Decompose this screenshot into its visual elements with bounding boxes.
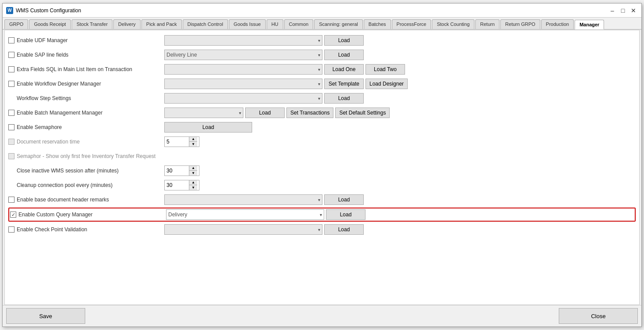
label-checkpoint: Enable Check Point Validation [17,226,87,233]
label-col-workflow: Enable Workflow Designer Manager [8,81,164,87]
cleanup-spin-down[interactable]: ▼ [189,185,197,190]
maximize-button[interactable]: □ [619,6,627,15]
btn-set-transactions[interactable]: Set Transactions [286,108,333,118]
dropdown-base-doc-arrow: ▾ [318,197,320,202]
row-base-doc: Enable base document header remarks ▾ Lo… [8,193,636,206]
window-controls: – □ ✕ [608,6,638,15]
tab-common[interactable]: Common [284,19,314,29]
row-batch: Enable Batch Management Manager ▾ Load S… [8,106,636,119]
checkbox-workflow[interactable] [8,81,14,87]
label-enable-sap: Enable SAP line fields [17,52,69,58]
cleanup-spin-up[interactable]: ▲ [189,180,197,185]
dropdown-base-doc[interactable]: ▾ [164,194,322,205]
checkbox-batch[interactable] [8,110,14,116]
btn-sap-load[interactable]: Load [324,50,364,60]
dropdown-batch[interactable]: ▾ [164,108,243,118]
btn-semaphore-load[interactable]: Load [164,122,252,133]
label-col-semaphor-show: Semaphor - Show only first free Inventor… [8,153,636,159]
tab-hu[interactable]: HU [267,19,283,29]
btn-custom-query-load[interactable]: Load [326,209,365,220]
label-doc-reservation: Document reservation time [17,139,80,145]
checkbox-semaphor-show[interactable] [8,153,14,159]
dropdown-extra-arrow: ▾ [318,67,320,72]
doc-res-spin-down[interactable]: ▼ [189,142,197,147]
label-col-sap: Enable SAP line fields [8,52,164,58]
tab-production[interactable]: Production [541,19,574,29]
cleanup-input[interactable] [165,180,189,190]
doc-res-spin-up[interactable]: ▲ [189,137,197,142]
checkbox-checkpoint[interactable] [8,226,14,233]
close-inactive-spin-down[interactable]: ▼ [189,171,197,176]
dropdown-custom-query-text: Delivery [168,212,187,218]
btn-extra-load-one[interactable]: Load One [324,64,364,75]
btn-udf-load[interactable]: Load [324,35,364,46]
tab-dispatch-control[interactable]: Dispatch Control [183,19,228,29]
dropdown-custom-query-arrow: ▾ [320,212,322,217]
tab-stock-transfer[interactable]: Stock Transfer [72,19,112,29]
label-col-udf: Enable UDF Manager [8,37,164,43]
close-inactive-spin-up[interactable]: ▲ [189,166,197,171]
cleanup-spinner: ▲ ▼ [189,180,197,190]
dropdown-extra[interactable]: ▾ [164,64,322,75]
label-col-close-inactive: Close inactive WMS session after (minute… [8,168,164,174]
tab-batches[interactable]: Batches [364,19,391,29]
btn-workflow-step-load[interactable]: Load [324,93,364,104]
tab-return[interactable]: Return [475,19,499,29]
row-close-inactive: Close inactive WMS session after (minute… [8,164,636,177]
label-col-base-doc: Enable base document header remarks [8,197,164,203]
dropdown-udf[interactable]: ▾ [164,35,322,46]
tab-manager[interactable]: Manager [575,20,604,29]
label-col-cleanup: Cleanup connection pool every (minutes) [8,182,164,188]
btn-set-template[interactable]: Set Template [324,79,364,89]
checkbox-enable-udf[interactable] [8,37,14,43]
minimize-button[interactable]: – [608,6,617,15]
dropdown-workflow[interactable]: ▾ [164,79,322,89]
label-base-doc: Enable base document header remarks [17,197,109,203]
close-inactive-spinner: ▲ ▼ [189,166,197,176]
doc-reservation-input[interactable] [165,137,189,147]
row-enable-sap: Enable SAP line fields Delivery Line ▾ L… [8,48,636,61]
close-inactive-input[interactable] [165,166,189,176]
label-workflow-step: Workflow Step Settings [8,95,164,101]
tab-processforce[interactable]: ProcessForce [392,19,431,29]
dropdown-sap[interactable]: Delivery Line ▾ [164,50,322,60]
tab-stock-counting[interactable]: Stock Counting [432,19,474,29]
label-col-custom-query: Enable Custom Query Manager [10,212,166,218]
btn-checkpoint-load[interactable]: Load [324,224,364,235]
tab-return-grpo[interactable]: Return GRPO [500,19,540,29]
tab-pick-pack[interactable]: Pick and Pack [141,19,182,29]
checkbox-semaphore[interactable] [8,124,14,130]
tab-goods-receipt[interactable]: Goods Receipt [29,19,71,29]
checkbox-custom-query[interactable] [10,212,16,218]
label-col-doc-res: Document reservation time [8,139,164,145]
row-workflow: Enable Workflow Designer Manager ▾ Set T… [8,77,636,90]
bottom-bar: Save Close [3,305,641,326]
tab-delivery[interactable]: Delivery [113,19,141,29]
checkbox-doc-reservation[interactable] [8,139,14,145]
label-extra-fields: Extra Fields SQL in Main List Item on Tr… [17,66,132,72]
row-enable-udf: Enable UDF Manager ▾ Load [8,34,636,47]
btn-set-default-settings[interactable]: Set Default Settings [335,108,390,118]
tab-grpo[interactable]: GRPO [4,19,28,29]
btn-load-designer[interactable]: Load Designer [365,79,408,89]
label-col-batch: Enable Batch Management Manager [8,110,164,116]
dropdown-workflow-step[interactable]: ▾ [164,93,322,104]
save-button[interactable]: Save [6,308,85,324]
tab-scanning-general[interactable]: Scanning: general [314,19,363,29]
btn-base-doc-load[interactable]: Load [324,194,364,205]
dropdown-udf-arrow: ▾ [318,38,320,43]
close-button[interactable]: Close [559,308,638,324]
checkbox-enable-sap[interactable] [8,52,14,58]
number-input-cleanup: ▲ ▼ [164,180,199,190]
dropdown-checkpoint[interactable]: ▾ [164,224,322,235]
checkbox-extra-fields[interactable] [8,66,14,72]
label-cleanup: Cleanup connection pool every (minutes) [8,182,164,188]
label-col-checkpoint: Enable Check Point Validation [8,226,164,233]
close-window-button[interactable]: ✕ [629,6,638,15]
btn-batch-load[interactable]: Load [245,108,285,118]
btn-extra-load-two[interactable]: Load Two [365,64,405,75]
checkbox-base-doc[interactable] [8,197,14,203]
row-semaphore: Enable Semaphore Load [8,121,636,134]
tab-goods-issue[interactable]: Goods Issue [229,19,266,29]
dropdown-custom-query[interactable]: Delivery ▾ [166,209,324,220]
